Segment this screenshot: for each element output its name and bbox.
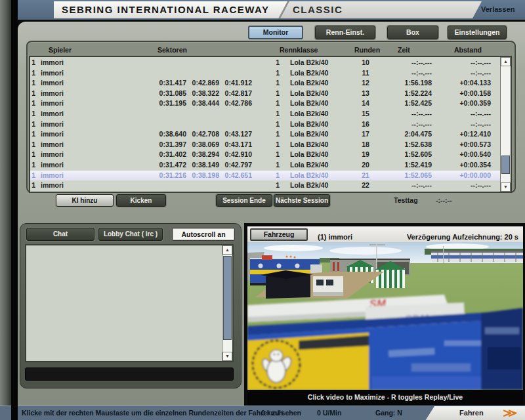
session-end-button[interactable]: Session Ende — [216, 194, 272, 207]
row-class-name: Lola B2k/40 — [290, 119, 328, 130]
row-player-name: immori — [41, 78, 64, 89]
chat-tab-button[interactable]: Chat — [26, 228, 94, 241]
chat-message-area[interactable]: ▲ ▼ — [25, 244, 234, 362]
add-ai-button[interactable]: KI hinzu — [56, 194, 114, 207]
row-position: 1 — [30, 119, 35, 130]
row-lap: 15 — [356, 109, 375, 119]
row-class-number: 1 — [274, 129, 280, 140]
row-player-name: immori — [41, 119, 64, 130]
chat-scrollbar[interactable]: ▲ ▼ — [222, 245, 232, 361]
mode-label: Fahren — [459, 409, 484, 417]
chat-input[interactable] — [25, 368, 234, 381]
testday-label: Testtag — [394, 196, 418, 204]
row-position: 1 — [30, 58, 35, 68]
row-class-name: Lola B2k/40 — [290, 180, 328, 191]
table-row[interactable]: 1 immori 0:31.216 0:38.198 0:42.651 1 Lo… — [30, 171, 500, 181]
table-row[interactable]: 1 immori 0:31.085 0:38.322 0:42.817 1 Lo… — [30, 89, 500, 99]
table-row[interactable]: 1 immori 1 Lola B2k/40 15 --:--.--- --:-… — [30, 109, 500, 119]
row-gap: --:--.--- — [450, 68, 491, 79]
rpm-readout: 0 U/Min — [317, 409, 341, 417]
tab-race-settings[interactable]: Renn-Einst. — [315, 26, 375, 39]
row-class-name: Lola B2k/40 — [290, 68, 328, 79]
table-row[interactable]: 1 immori 1 Lola B2k/40 11 --:--.--- --:-… — [30, 68, 500, 79]
standings-panel: Spieler Sektoren Rennklasse Runden Zeit … — [26, 41, 516, 193]
kick-button[interactable]: Kicken — [116, 194, 166, 207]
row-class-number: 1 — [274, 140, 280, 150]
next-chevrons-icon[interactable]: ≫ — [503, 406, 517, 420]
row-class-number: 1 — [274, 109, 280, 119]
tab-settings[interactable]: Einstellungen — [448, 26, 507, 39]
row-time: --:--.--- — [395, 68, 432, 79]
gear-readout: Gang: N — [375, 409, 402, 417]
scroll-up-icon[interactable]: ▲ — [501, 57, 511, 66]
table-row[interactable]: 1 immori 1 Lola B2k/40 22 --:--.--- --:-… — [30, 180, 500, 191]
speed-readout: 0 km/h — [261, 409, 283, 417]
col-header-gap: Abstand — [454, 46, 482, 54]
vehicle-button[interactable]: Fahrzeug — [250, 228, 308, 241]
table-row[interactable]: 1 immori 1 Lola B2k/40 10 --:--.--- --:-… — [30, 58, 500, 68]
row-sector1: 0:31.472 — [155, 160, 186, 171]
scroll-up-icon[interactable]: ▲ — [222, 245, 232, 255]
scroll-down-icon[interactable]: ▼ — [501, 182, 511, 192]
scrollbar-thumb[interactable] — [223, 256, 232, 340]
video-view[interactable]: SM OR44 — [247, 242, 523, 390]
table-row[interactable]: 1 immori 0:31.397 0:38.069 0:43.171 1 Lo… — [30, 140, 500, 150]
testday-value: -:--:-- — [436, 196, 452, 204]
row-sector3: 0:42.786 — [220, 98, 252, 109]
row-time: 1:52.224 — [395, 89, 432, 99]
table-row[interactable]: 1 immori 0:31.472 0:38.149 0:42.797 1 Lo… — [30, 160, 500, 171]
standings-scrollbar[interactable]: ▲ ▼ — [500, 57, 511, 192]
row-class-name: Lola B2k/40 — [290, 150, 328, 160]
table-row[interactable]: 1 immori 0:31.195 0:38.444 0:42.786 1 Lo… — [30, 98, 500, 109]
row-player-name: immori — [41, 58, 64, 68]
video-caption: Click video to Maximize - R toggles Repl… — [247, 390, 523, 406]
row-player-name: immori — [41, 140, 64, 150]
row-gap: +0:00.573 — [450, 140, 491, 150]
row-class-number: 1 — [274, 119, 280, 130]
next-session-button[interactable]: Nächste Session — [274, 194, 330, 207]
row-class-number: 1 — [274, 89, 280, 99]
row-position: 1 — [30, 180, 35, 191]
row-class-number: 1 — [274, 78, 280, 89]
tab-monitor[interactable]: Monitor — [248, 26, 303, 39]
row-sector3: 0:41.912 — [220, 78, 252, 89]
game-lobby-screen: SEBRING INTERNATIONAL RACEWAY CLASSIC Ve… — [0, 0, 525, 420]
row-position: 1 — [30, 98, 35, 109]
row-time: 2:04.475 — [395, 129, 432, 140]
row-position: 1 — [30, 160, 35, 171]
lobby-chat-button[interactable]: Lobby Chat ( irc ) — [98, 228, 163, 241]
row-position: 1 — [30, 129, 35, 140]
row-class-number: 1 — [274, 180, 280, 191]
row-player-name: immori — [41, 129, 64, 140]
left-edge-strip — [0, 0, 11, 406]
row-lap: 18 — [356, 140, 375, 150]
row-player-name: immori — [41, 171, 64, 181]
row-lap: 22 — [356, 180, 375, 191]
scrollbar-thumb[interactable] — [501, 156, 510, 174]
row-time: --:--.--- — [395, 180, 432, 191]
row-time: 1:52.605 — [395, 150, 432, 160]
row-gap: +0:04.133 — [450, 78, 491, 89]
row-position: 1 — [30, 150, 35, 160]
row-position: 1 — [30, 68, 35, 79]
table-row[interactable]: 1 immori 0:31.417 0:42.869 0:41.912 1 Lo… — [30, 78, 500, 89]
video-scene[interactable]: SM OR44 — [247, 242, 523, 390]
leave-button[interactable]: Verlassen — [481, 5, 514, 13]
col-header-sectors: Sektoren — [158, 46, 187, 54]
row-lap: 20 — [356, 160, 375, 171]
row-sector2: 0:38.149 — [188, 160, 219, 171]
row-player-name: immori — [41, 109, 64, 119]
table-row[interactable]: 1 immori 0:31.402 0:38.294 0:42.910 1 Lo… — [30, 150, 500, 160]
row-class-name: Lola B2k/40 — [290, 109, 328, 119]
row-sector3: 0:43.171 — [220, 140, 252, 150]
tab-box[interactable]: Box — [387, 26, 438, 39]
row-class-number: 1 — [274, 68, 280, 79]
row-sector1: 0:38.640 — [155, 129, 186, 140]
table-row[interactable]: 1 immori 1 Lola B2k/40 16 --:--.--- --:-… — [30, 119, 500, 130]
row-lap: 13 — [356, 89, 375, 99]
row-class-name: Lola B2k/40 — [290, 140, 328, 150]
row-gap: +0:00.540 — [450, 150, 491, 160]
autoscroll-toggle[interactable]: Autoscroll an — [172, 228, 235, 241]
table-row[interactable]: 1 immori 0:38.640 0:42.708 0:43.127 1 Lo… — [30, 129, 500, 140]
scroll-down-icon[interactable]: ▼ — [222, 352, 232, 361]
